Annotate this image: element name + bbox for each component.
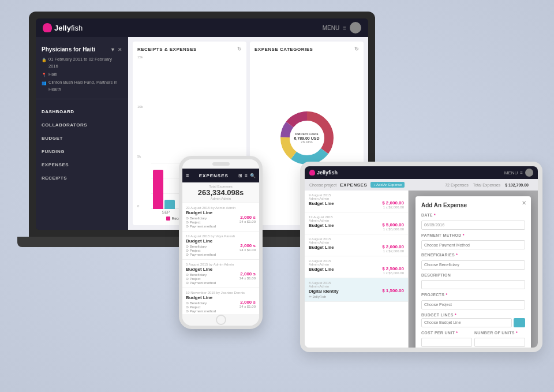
- modal-payment-input[interactable]: [421, 240, 525, 249]
- tablet-body: Jellyfish MENU ≡ Choose project EXPENSES…: [300, 162, 542, 352]
- modal-description-input[interactable]: [421, 280, 525, 289]
- phone-item-row: Budget Line ⊙ Beneficiary⊙ Project⊙ Paym…: [186, 210, 256, 228]
- modal-projects-field: PROJECTS *: [421, 293, 525, 309]
- tablet-item-sub: 1 x $5,000.00: [382, 271, 404, 275]
- tablet-item-title: Budget Line: [309, 201, 334, 206]
- close-icon[interactable]: ✕: [118, 47, 122, 53]
- modal-units-label: NUMBER OF UNITS *: [474, 331, 525, 335]
- tablet-hamburger-icon: ≡: [520, 170, 523, 176]
- phone-camera: [212, 162, 230, 166]
- tablet-menu[interactable]: MENU ≡: [504, 169, 533, 177]
- phone-total-admin: Admin Admin: [186, 197, 256, 200]
- tablet-detail: Add An Expense ✕ DATE * PAYMENT MET: [409, 191, 538, 348]
- tablet-stats: 72 Expenses Total Expenses $ 102,799.00: [440, 182, 533, 188]
- phone-topbar: ≡ EXPENSES ⊞ ≡ 🔍: [182, 169, 259, 182]
- phone-search-icon[interactable]: 🔍: [250, 173, 256, 178]
- phone-list-icon[interactable]: ≡: [245, 173, 248, 178]
- tablet-list-item[interactable]: 9 August 2015 Admin Admin Budget Line $ …: [305, 256, 408, 278]
- tablet-item-title: Budget Line: [309, 267, 334, 272]
- modal-beneficiary-input[interactable]: [421, 260, 525, 270]
- y-label-10k: 10k: [137, 105, 143, 109]
- sidebar-item-collaborators[interactable]: COLLABORATORS: [36, 118, 128, 132]
- phone-item-meta: ⊙ Beneficiary⊙ Project⊙ Payment method: [186, 216, 216, 228]
- modal-description-label: DESCRIPTION: [421, 273, 525, 277]
- modal-beneficiary-field: BENEFICIARIES *: [421, 253, 525, 270]
- phone-menu-icon[interactable]: ≡: [186, 173, 189, 178]
- phone-item-amount: 2,000 s: [239, 271, 256, 277]
- phone-grid-icon[interactable]: ⊞: [238, 173, 242, 178]
- project-name: Physicians for Haiti: [42, 46, 95, 53]
- tablet-total-label: Total Expenses: [473, 183, 500, 187]
- tablet-item-sub: 1 x $2,000.00: [382, 249, 404, 253]
- modal-budget-label: BUDGET LINES *: [421, 313, 525, 317]
- tablet-item-row: Budget Line $ 2,000.00 1 x $2,000.00: [309, 244, 404, 253]
- modal-title: Add An Expense: [421, 202, 525, 208]
- tablet-list-item-selected[interactable]: 8 August 2015 Admin Admin Digital identi…: [305, 278, 408, 302]
- bar-sep-receipts: [153, 170, 163, 209]
- tablet-device: Jellyfish MENU ≡ Choose project EXPENSES…: [300, 162, 542, 358]
- modal-close-button[interactable]: ✕: [522, 200, 526, 206]
- location-icon: 📍: [42, 72, 47, 78]
- phone-item-meta: ⊙ Beneficiary⊙ Project⊙ Payment method: [186, 301, 216, 313]
- hamburger-icon: ≡: [343, 25, 346, 31]
- expand-icon[interactable]: ▼: [110, 47, 115, 53]
- menu-button[interactable]: MENU ≡: [323, 22, 361, 33]
- tablet-list-item[interactable]: 9 August 2015 Admin Admin Budget Line $ …: [305, 191, 408, 212]
- modal-budget-input[interactable]: [421, 318, 512, 327]
- tablet-item-row: Budget Line $ 2,500.00 1 x $5,000.00: [309, 266, 404, 275]
- phone-item-meta: ⊙ Beneficiary⊙ Project⊙ Payment method: [186, 244, 216, 256]
- modal-units-input[interactable]: [474, 338, 525, 347]
- sidebar-item-expenses[interactable]: EXPENSES: [36, 158, 128, 171]
- project-meta: 🔒01 February 2011 to 02 February 2016 📍H…: [42, 56, 122, 93]
- tablet-logo: Jellyfish: [309, 170, 338, 176]
- tablet-item-sub: 1 x $5,000.00: [382, 227, 404, 231]
- modal-cost-units-row: COST PER UNIT * NUMBER OF UNITS *: [421, 331, 525, 348]
- phone-home-bar: [182, 314, 259, 326]
- phone-device: ≡ EXPENSES ⊞ ≡ 🔍 Total Expenses 263,334.…: [179, 156, 263, 335]
- phone-list-item[interactable]: 19 November 2015 by Jeanine Dennis Budge…: [182, 288, 259, 314]
- tablet-choose-project[interactable]: Choose project: [309, 183, 336, 187]
- phone-list-item[interactable]: 5 August 2015 by Admin Admin Budget Line…: [182, 260, 259, 288]
- sidebar-item-dashboard[interactable]: DASHBOARD: [36, 105, 128, 118]
- phone-list-item[interactable]: 23 August 2015 by Admin Admin Budget Lin…: [182, 203, 259, 232]
- tablet-add-expense-button[interactable]: + Add An Expense: [370, 182, 405, 188]
- phone-total-amount: 263,334.098s: [186, 188, 256, 197]
- y-axis-labels: 15k 10k 5k 0: [137, 55, 143, 209]
- tablet-item-title: Digital identity: [309, 289, 339, 294]
- modal-cost-input[interactable]: [421, 338, 472, 347]
- tablet-jellyfish-icon: [309, 170, 315, 176]
- phone-page-title: EXPENSES: [191, 173, 236, 178]
- jellyfish-logo-icon: [43, 23, 52, 32]
- y-label-15k: 15k: [137, 55, 143, 59]
- tablet-list-item[interactable]: 13 August 2015 Admin Admin Budget Line $…: [305, 212, 408, 234]
- laptop-topbar: Jellyfish MENU ≡: [36, 18, 368, 37]
- tablet-page-title: EXPENSES: [340, 182, 367, 188]
- tablet-list-item[interactable]: 9 August 2015 Admin Admin Budget Line $ …: [305, 234, 408, 256]
- sidebar-item-funding[interactable]: FUNDING: [36, 145, 128, 158]
- modal-date-input[interactable]: [421, 221, 525, 230]
- phone-item-row: Budget Line ⊙ Beneficiary⊙ Project⊙ Paym…: [186, 294, 256, 313]
- app-name: Jellyfish: [54, 24, 83, 32]
- phone-item-meta: ⊙ Beneficiary⊙ Project⊙ Payment method: [186, 272, 216, 285]
- y-label-5k: 5k: [137, 155, 143, 158]
- phone-item-sub: 34 x $1.00: [239, 220, 256, 223]
- sidebar-nav: DASHBOARD COLLABORATORS BUDGET FUNDING E…: [36, 103, 128, 187]
- tablet-count-label: 72 Expenses: [445, 183, 468, 187]
- refresh-icon-2[interactable]: ↻: [354, 46, 360, 52]
- modal-budget-action[interactable]: [514, 318, 525, 327]
- laptop-logo: Jellyfish: [43, 23, 83, 32]
- tablet-item-meta: ✏ JellyFish: [309, 294, 339, 298]
- phone-screen: ≡ EXPENSES ⊞ ≡ 🔍 Total Expenses 263,334.…: [182, 169, 259, 314]
- phone-item-title: Budget Line: [186, 210, 216, 215]
- sidebar-item-budget[interactable]: BUDGET: [36, 132, 128, 145]
- modal-projects-input[interactable]: [421, 300, 525, 309]
- sidebar-item-receipts[interactable]: RECEIPTS: [36, 171, 128, 185]
- tablet-item-title: Budget Line: [309, 223, 334, 228]
- phone-list-item[interactable]: 13 August 2015 by Vaya Paresh Budget Lin…: [182, 232, 259, 260]
- calendar-icon: 🔒: [42, 57, 47, 63]
- tablet-avatar: [525, 169, 533, 177]
- refresh-icon[interactable]: ↻: [237, 46, 242, 52]
- phone-expense-list: 23 August 2015 by Admin Admin Budget Lin…: [182, 203, 259, 314]
- phone-home-button[interactable]: [216, 315, 226, 325]
- tablet-item-row: Digital identity ✏ JellyFish $ 1,500.00: [309, 288, 404, 298]
